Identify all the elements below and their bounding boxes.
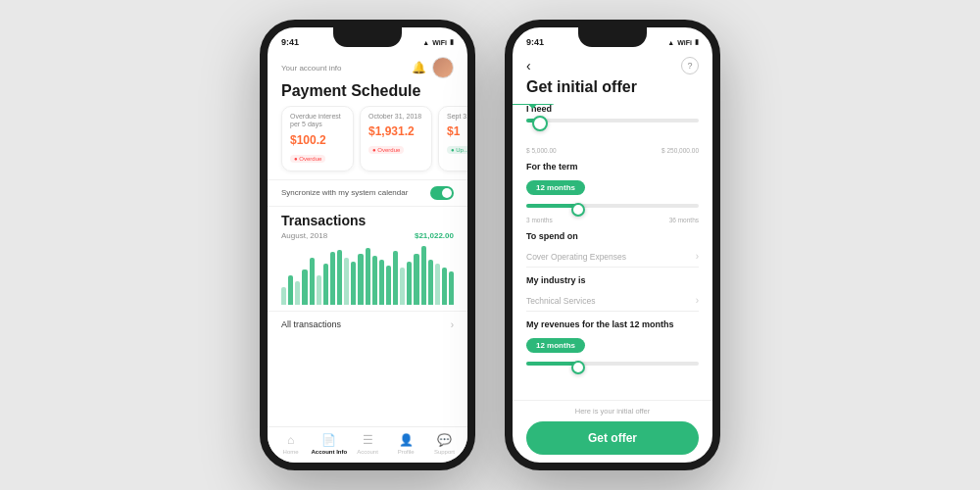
status-icons-2: ▲ WiFi ▮ — [667, 38, 699, 46]
transactions-title: Transactions — [268, 213, 467, 231]
range-max-need: $ 250,000.00 — [662, 147, 699, 154]
bar-item — [351, 262, 356, 305]
transactions-header: August, 2018 $21,022.00 — [268, 231, 467, 246]
slider-thumb-revenues[interactable] — [571, 361, 585, 374]
bar-item — [344, 258, 349, 305]
slider-range-need: $ 5,000.00 $ 250,000.00 — [526, 147, 699, 154]
bottom-nav: ⌂ Home 📄 Account Info ☰ Account 👤 Profil… — [268, 426, 467, 463]
account-header-right: 🔔 — [412, 57, 454, 78]
bar-item — [366, 248, 370, 305]
account-icon: ☰ — [363, 433, 373, 447]
bar-item — [323, 264, 328, 305]
bar-item — [295, 281, 300, 305]
range-min-term: 3 months — [526, 217, 553, 223]
wifi-icon-2: WiFi — [677, 39, 692, 46]
field-label-industry: My industry is — [526, 275, 699, 285]
nav-profile[interactable]: 👤 Profile — [387, 433, 425, 455]
nav-support[interactable]: 💬 Support — [425, 433, 464, 455]
account-info-icon: 📄 — [321, 433, 336, 447]
offer-scroll: I need $ 15,000.00 $ 5,00 — [513, 104, 712, 400]
bar-item — [288, 275, 293, 305]
card-status-3: ● Up... — [447, 146, 467, 154]
bar-chart — [268, 246, 467, 305]
industry-select[interactable]: Technical Services › — [526, 290, 699, 312]
status-bar-1: 9:41 ▲ WiFi ▮ — [268, 27, 467, 51]
nav-profile-label: Profile — [398, 449, 415, 455]
footer-hint: Here is your initial offer — [526, 407, 699, 416]
offer-footer: Here is your initial offer Get offer — [513, 400, 712, 463]
phone2-content: ‹ ? Get initial offer I need $ 15,000.00 — [513, 51, 712, 463]
time-2: 9:41 — [526, 37, 544, 47]
industry-chevron-icon: › — [696, 295, 699, 306]
home-icon: ⌂ — [287, 433, 294, 447]
nav-home[interactable]: ⌂ Home — [271, 433, 310, 455]
slider-range-term: 3 months 36 months — [526, 217, 699, 223]
pill-term: 12 months — [526, 180, 585, 195]
phones-container: 9:41 ▲ WiFi ▮ Your account info 🔔 Paymen… — [0, 0, 980, 490]
battery-icon: ▮ — [450, 38, 454, 46]
bar-item — [449, 271, 454, 305]
offer-title: Get initial offer — [513, 78, 712, 104]
bar-item — [386, 266, 391, 305]
page-title-1: Payment Schedule — [268, 82, 467, 106]
bar-item — [435, 264, 440, 305]
nav-account-info[interactable]: 📄 Account Info — [310, 433, 348, 455]
phone-1: 9:41 ▲ WiFi ▮ Your account info 🔔 Paymen… — [260, 20, 475, 470]
field-term: For the term 12 months 3 months 3 — [526, 162, 699, 223]
slider-thumb-need[interactable] — [532, 116, 548, 131]
all-tx-label: All transactions — [281, 319, 341, 329]
card-label-3: Sept 31,... — [447, 113, 467, 121]
bar-item — [310, 258, 315, 305]
bell-icon[interactable]: 🔔 — [412, 61, 426, 74]
signal-icon: ▲ — [422, 39, 429, 46]
spend-value: Cover Operating Expenses — [526, 252, 626, 262]
spend-chevron-icon: › — [696, 251, 699, 262]
slider-bubble-need: $ 15,000.00 — [513, 104, 556, 105]
account-header: Your account info 🔔 — [268, 55, 467, 82]
back-button[interactable]: ‹ — [526, 58, 531, 74]
account-label: Your account info — [281, 64, 342, 73]
bar-item — [407, 262, 412, 305]
field-label-i-need: I need — [526, 104, 699, 114]
card-status-1: ● Overdue — [290, 155, 325, 163]
spend-select[interactable]: Cover Operating Expenses › — [526, 246, 699, 268]
profile-icon: 👤 — [399, 433, 414, 447]
wifi-icon: WiFi — [432, 39, 447, 46]
bar-item — [442, 268, 447, 305]
bar-item — [302, 270, 307, 305]
get-offer-button[interactable]: Get offer — [526, 421, 699, 455]
bar-item — [393, 251, 398, 305]
phone1-content: Your account info 🔔 Payment Schedule Ove… — [268, 51, 467, 463]
status-icons-1: ▲ WiFi ▮ — [422, 38, 454, 46]
range-min-need: $ 5,000.00 — [526, 147, 557, 154]
signal-icon-2: ▲ — [667, 39, 674, 46]
bar-item — [281, 287, 286, 305]
industry-value: Technical Services — [526, 296, 595, 306]
field-industry: My industry is Technical Services › — [526, 275, 699, 312]
field-label-term: For the term — [526, 162, 699, 172]
payment-card-1: Overdue interest per 5 days $100.2 ● Ove… — [281, 106, 354, 172]
nav-account[interactable]: ☰ Account — [348, 433, 386, 455]
all-transactions-row[interactable]: All transactions › — [268, 311, 467, 338]
bar-item — [414, 254, 418, 305]
month-label: August, 2018 — [281, 231, 327, 240]
bar-item — [379, 260, 384, 305]
slider-thumb-term[interactable] — [571, 203, 585, 217]
sync-toggle[interactable] — [430, 186, 454, 200]
bar-item — [317, 275, 321, 305]
bar-item — [337, 250, 342, 305]
offer-header: ‹ ? — [513, 55, 712, 78]
status-bar-2: 9:41 ▲ WiFi ▮ — [513, 27, 712, 51]
card-amount-1: $100.2 — [290, 133, 345, 147]
help-button[interactable]: ? — [681, 57, 699, 74]
card-label-2: October 31, 2018 — [368, 113, 423, 121]
field-label-revenues: My revenues for the last 12 months — [526, 319, 699, 329]
card-label-1: Overdue interest per 5 days — [290, 113, 345, 129]
nav-account-info-label: Account Info — [311, 449, 347, 455]
chevron-right-icon: › — [451, 319, 454, 330]
nav-support-label: Support — [434, 449, 455, 455]
card-amount-2: $1,931.2 — [368, 124, 423, 138]
total-amount: $21,022.00 — [415, 231, 454, 240]
bar-item — [358, 254, 363, 305]
time-1: 9:41 — [281, 37, 299, 47]
